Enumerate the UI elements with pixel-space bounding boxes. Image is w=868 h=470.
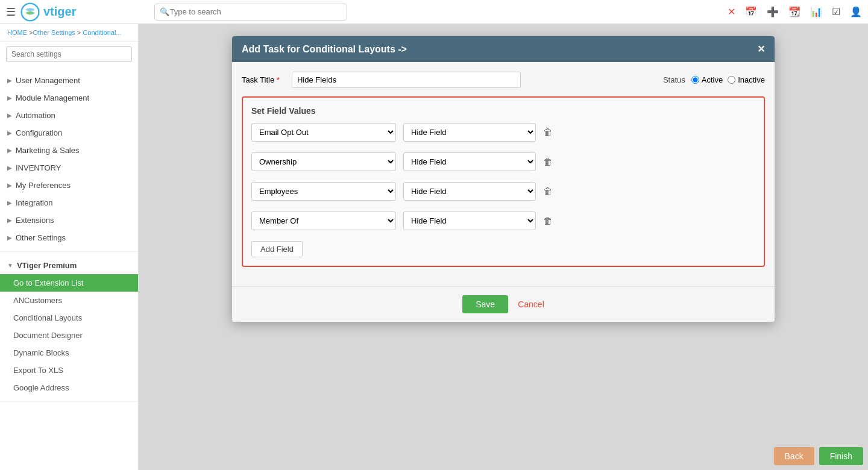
sidebar-sub-item-extension-list[interactable]: Go to Extension List — [0, 274, 138, 292]
field-select-4[interactable]: Member Of — [251, 212, 396, 230]
sidebar-item-extensions[interactable]: ▶ Extensions — [0, 212, 138, 229]
field-select-3[interactable]: Employees — [251, 182, 396, 201]
chevron-right-icon: ▶ — [7, 130, 12, 136]
delete-icon-4[interactable]: 🗑 — [543, 216, 553, 227]
hamburger-icon[interactable]: ☰ — [6, 5, 16, 19]
action-select-1[interactable]: Hide Field — [403, 123, 536, 142]
add-icon[interactable]: ➕ — [767, 6, 779, 17]
status-row: Status Active Inactive — [663, 75, 765, 84]
chevron-down-icon: ▼ — [7, 262, 13, 269]
sidebar-item-my-preferences[interactable]: ▶ My Preferences — [0, 177, 138, 194]
status-active-label: Active — [702, 75, 723, 84]
sidebar-item-label: User Management — [16, 76, 80, 85]
breadcrumb-current: Conditional... — [83, 29, 121, 36]
sidebar-sub-item-ancustomers[interactable]: ANCustomers — [0, 292, 138, 309]
schedule-icon[interactable]: 📆 — [788, 6, 800, 17]
field-select-2[interactable]: Ownership — [251, 152, 396, 171]
sidebar-sub-item-export-xls[interactable]: Export To XLS — [0, 362, 138, 379]
settings-search-input[interactable] — [6, 46, 132, 62]
delete-icon-3[interactable]: 🗑 — [543, 186, 553, 197]
action-select-2[interactable]: Hide Field — [403, 152, 536, 171]
chevron-right-icon: ▶ — [7, 147, 12, 154]
sidebar-item-configuration[interactable]: ▶ Configuration — [0, 124, 138, 142]
field-select-1[interactable]: Email Opt Out — [251, 123, 396, 142]
sidebar-sub-label: ANCustomers — [13, 296, 62, 305]
chevron-right-icon: ▶ — [7, 182, 12, 189]
task-title-row: Task Title * Status Active — [242, 72, 765, 88]
nav-icons: ✕ 📅 ➕ 📆 📊 ☑ 👤 — [728, 6, 862, 17]
modal-overlay: Add Task for Conditional Layouts -> ✕ Ta… — [139, 24, 868, 470]
sidebar-sub-item-conditional-layouts[interactable]: Conditional Layouts — [0, 309, 138, 327]
close-button[interactable]: ✕ — [757, 43, 765, 55]
delete-icon-1[interactable]: 🗑 — [543, 127, 553, 138]
sidebar-main-items: ▶ User Management ▶ Module Management ▶ … — [0, 67, 138, 252]
delete-icon-2[interactable]: 🗑 — [543, 157, 553, 168]
sidebar-item-module-management[interactable]: ▶ Module Management — [0, 89, 138, 107]
field-row-2: Ownership Hide Field 🗑 — [251, 152, 755, 171]
chevron-right-icon: ▶ — [7, 234, 12, 241]
sidebar-premium-header[interactable]: ▼ VTiger Premium — [0, 257, 138, 274]
finish-button[interactable]: Finish — [819, 447, 863, 465]
tasks-icon[interactable]: ☑ — [832, 6, 840, 17]
save-button[interactable]: Save — [462, 295, 508, 313]
status-radio-group: Active Inactive — [691, 75, 765, 84]
nav-left: ☰ vtiger — [6, 2, 76, 22]
sidebar-sub-label: Google Address — [13, 383, 69, 392]
task-title-input[interactable] — [292, 72, 521, 88]
breadcrumb-home[interactable]: HOME — [7, 29, 27, 36]
task-title-label: Task Title * — [242, 75, 280, 84]
logo-icon — [20, 2, 40, 22]
set-field-title: Set Field Values — [251, 106, 755, 116]
close-nav-icon[interactable]: ✕ — [728, 6, 735, 17]
chart-icon[interactable]: 📊 — [810, 6, 822, 17]
modal-footer: Save Cancel — [232, 286, 775, 322]
sidebar: HOME >Other Settings > Conditional... ▶ … — [0, 24, 139, 470]
back-button[interactable]: Back — [774, 447, 814, 465]
action-select-3[interactable]: Hide Field — [403, 182, 536, 201]
field-row-4: Member Of Hide Field 🗑 — [251, 212, 755, 230]
cancel-link[interactable]: Cancel — [518, 299, 544, 309]
status-inactive-option[interactable]: Inactive — [728, 75, 765, 84]
sidebar-premium-section: ▼ VTiger Premium Go to Extension List AN… — [0, 252, 138, 402]
set-field-values-box: Set Field Values Email Opt Out Hide Fiel… — [242, 96, 765, 267]
field-row-3: Employees Hide Field 🗑 — [251, 182, 755, 201]
modal-dialog: Add Task for Conditional Layouts -> ✕ Ta… — [232, 36, 775, 322]
sidebar-sub-label: Go to Extension List — [13, 278, 83, 287]
sidebar-item-marketing-sales[interactable]: ▶ Marketing & Sales — [0, 142, 138, 159]
premium-header-label: VTiger Premium — [17, 261, 77, 270]
sidebar-item-other-settings[interactable]: ▶ Other Settings — [0, 229, 138, 246]
calendar-icon[interactable]: 📅 — [745, 6, 757, 17]
status-active-option[interactable]: Active — [691, 75, 723, 84]
required-marker: * — [277, 75, 280, 84]
search-input[interactable] — [169, 7, 342, 16]
field-row-1: Email Opt Out Hide Field 🗑 — [251, 123, 755, 142]
breadcrumb-other-settings[interactable]: Other Settings — [33, 29, 75, 36]
sidebar-item-label: Other Settings — [16, 233, 66, 242]
status-active-radio[interactable] — [691, 76, 699, 84]
status-inactive-label: Inactive — [738, 75, 765, 84]
chevron-right-icon: ▶ — [7, 217, 12, 224]
action-select-4[interactable]: Hide Field — [403, 212, 536, 230]
sidebar-sub-label: Conditional Layouts — [13, 313, 82, 322]
profile-icon[interactable]: 👤 — [850, 6, 862, 17]
sidebar-sub-item-dynamic-blocks[interactable]: Dynamic Blocks — [0, 344, 138, 362]
status-inactive-radio[interactable] — [728, 76, 735, 84]
sidebar-sub-label: Document Designer — [13, 331, 83, 340]
logo-text: vtiger — [43, 5, 76, 19]
global-search[interactable]: 🔍 — [154, 4, 347, 20]
add-field-button[interactable]: Add Field — [251, 241, 303, 257]
sidebar-item-automation[interactable]: ▶ Automation — [0, 107, 138, 124]
sidebar-item-label: My Preferences — [16, 181, 71, 190]
sidebar-sub-item-document-designer[interactable]: Document Designer — [0, 327, 138, 344]
chevron-right-icon: ▶ — [7, 77, 12, 84]
sidebar-sub-item-google-address[interactable]: Google Address — [0, 379, 138, 396]
modal-header: Add Task for Conditional Layouts -> ✕ — [232, 36, 775, 62]
sidebar-item-user-management[interactable]: ▶ User Management — [0, 72, 138, 89]
sidebar-item-integration[interactable]: ▶ Integration — [0, 194, 138, 212]
bottom-nav: Back Finish — [769, 442, 868, 470]
sidebar-item-label: Automation — [16, 111, 55, 120]
modal-body: Task Title * Status Active — [232, 62, 775, 286]
content-area: Add Task for Conditional Layouts -> ✕ Ta… — [139, 24, 868, 470]
breadcrumb: HOME >Other Settings > Conditional... — [0, 24, 138, 42]
sidebar-item-inventory[interactable]: ▶ INVENTORY — [0, 159, 138, 177]
